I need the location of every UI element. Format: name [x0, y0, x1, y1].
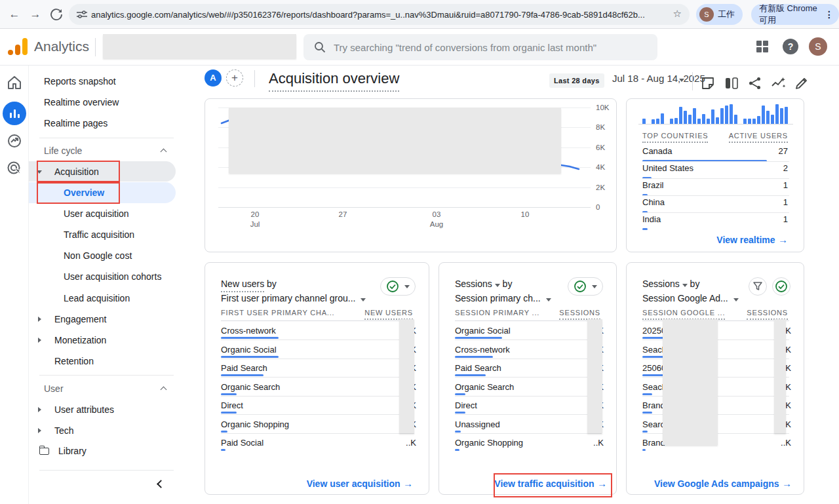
browser-toolbar: ← → analytics.google.com/analytics/web/#…	[0, 0, 839, 29]
expand-caret-icon[interactable]	[38, 338, 41, 343]
dimension-selector[interactable]: Session Google Ad...	[642, 292, 739, 305]
view-realtime-link[interactable]: View realtime →	[716, 234, 788, 246]
val-col-header[interactable]: SESSIONS	[747, 309, 788, 320]
check-circle-icon	[574, 280, 587, 293]
dimension-selector[interactable]: Session primary ch...	[455, 292, 551, 305]
metric-selector[interactable]: Sessions	[642, 279, 680, 289]
sessions-primary-card: Sessions by Session primary ch... SESSIO…	[439, 262, 617, 495]
labels-redaction-box	[663, 319, 718, 445]
expand-caret-icon[interactable]	[38, 407, 41, 412]
chart-redaction-box	[229, 107, 561, 173]
date-caret-icon[interactable]	[679, 79, 684, 82]
app-header: Analytics ? S	[0, 29, 839, 66]
caret-icon	[733, 298, 739, 301]
folder-icon	[39, 448, 49, 455]
sidebar-item-user-acquisition-cohorts[interactable]: User acquisition cohorts	[29, 266, 176, 287]
view-google-ads-campaigns-link[interactable]: View Google Ads campaigns →	[654, 478, 792, 490]
check-circle-icon	[775, 280, 788, 293]
forward-icon[interactable]: →	[28, 7, 43, 22]
sidebar-item-user-attributes[interactable]: User attributes	[29, 399, 176, 420]
help-icon[interactable]: ?	[783, 39, 798, 54]
filter-button[interactable]	[749, 277, 767, 296]
dim-col-header[interactable]: SESSION PRIMARY ...	[455, 309, 539, 317]
profile-avatar: S	[699, 7, 714, 22]
sidebar-section-user[interactable]: User	[29, 378, 176, 399]
metric-selector[interactable]: Sessions	[455, 279, 492, 289]
report-header: A + Acquisition overview Last 28 days Ju…	[197, 66, 839, 98]
chrome-update-chip[interactable]: 有新版 Chrome 可用 ⋮	[751, 4, 839, 25]
sidebar-item-non-google-cost[interactable]: Non Google cost	[29, 245, 176, 266]
sidebar-item-lead-acquisition[interactable]: Lead acquisition	[29, 288, 176, 309]
advertising-icon[interactable]	[7, 161, 22, 176]
caret-icon	[404, 285, 410, 288]
header-divider	[254, 70, 255, 87]
dimension-selector[interactable]: First user primary channel grou...	[221, 292, 366, 305]
sidebar-item-engagement[interactable]: Engagement	[29, 309, 176, 330]
sidebar-section-life-cycle[interactable]: Life cycle	[29, 140, 176, 161]
address-bar[interactable]: analytics.google.com/analytics/web/#/p35…	[69, 4, 690, 25]
product-name: Analytics	[34, 39, 89, 54]
property-avatar[interactable]: A	[205, 69, 222, 87]
active-users-col-header[interactable]: ACTIVE USERS	[729, 132, 788, 143]
insights-icon[interactable]	[771, 77, 785, 90]
sidebar-item-traffic-acquisition[interactable]: Traffic acquisition	[29, 224, 176, 245]
sidebar-item-tech[interactable]: Tech	[29, 420, 176, 441]
apps-grid-icon[interactable]	[755, 39, 770, 54]
search-icon	[314, 41, 326, 53]
reports-icon[interactable]	[3, 102, 26, 125]
share-icon[interactable]	[749, 77, 762, 90]
new-users-card: New users by First user primary channel …	[205, 262, 429, 495]
sidebar-item-realtime-pages[interactable]: Realtime pages	[29, 113, 176, 134]
home-icon[interactable]	[7, 75, 22, 90]
values-redaction-box	[399, 319, 414, 433]
check-circle-icon	[386, 280, 399, 293]
analytics-logo-icon[interactable]	[9, 38, 29, 56]
browser-menu-icon[interactable]: ⋮	[821, 9, 839, 20]
data-quality-badge[interactable]	[380, 277, 416, 296]
caret-icon	[592, 285, 597, 288]
data-quality-badge[interactable]	[772, 277, 790, 296]
note-icon[interactable]	[701, 77, 714, 90]
val-col-header[interactable]: NEW USERS	[364, 309, 413, 320]
dim-col-header[interactable]: SESSION GOOGLE ...	[642, 309, 725, 320]
values-redaction-box	[774, 319, 786, 433]
reload-icon[interactable]	[49, 7, 64, 22]
users-over-time-card: 10K 8K 6K 4K 2K 0 20Jul 27 03Aug 10	[205, 98, 617, 252]
date-range-picker[interactable]: Jul 18 - Aug 14, 2025	[612, 73, 705, 84]
expand-caret-icon[interactable]	[38, 317, 41, 322]
comparison-icon[interactable]	[725, 77, 738, 90]
profile-chip[interactable]: S 工作	[696, 4, 743, 25]
add-comparison-icon[interactable]: +	[226, 69, 243, 87]
val-col-header[interactable]: SESSIONS	[559, 309, 600, 320]
values-redaction-box	[587, 319, 602, 433]
caret-icon	[495, 284, 500, 287]
data-quality-badge[interactable]	[568, 277, 603, 296]
sidebar-divider	[39, 470, 174, 471]
sidebar-item-retention[interactable]: Retention	[29, 351, 176, 372]
expand-caret-icon[interactable]	[38, 428, 41, 433]
sidebar-item-monetization[interactable]: Monetization	[29, 330, 176, 351]
arrow-icon: →	[403, 478, 413, 489]
sidebar: Reports snapshot Realtime overview Realt…	[29, 66, 176, 504]
collapse-sidebar-icon[interactable]	[157, 480, 165, 488]
user-avatar[interactable]: S	[809, 37, 827, 56]
site-settings-icon[interactable]	[77, 10, 87, 19]
countries-col-header[interactable]: TOP COUNTRIES	[642, 132, 708, 143]
edit-icon[interactable]	[795, 77, 808, 90]
metric-selector[interactable]: New users	[221, 279, 264, 292]
page-title[interactable]: Acquisition overview	[269, 70, 399, 92]
explore-icon[interactable]	[7, 133, 22, 149]
dim-col-header[interactable]: FIRST USER PRIMARY CHA...	[221, 309, 334, 317]
view-user-acquisition-link[interactable]: View user acquisition →	[307, 478, 413, 490]
sidebar-item-reports-snapshot[interactable]: Reports snapshot	[29, 71, 176, 92]
sidebar-item-realtime-overview[interactable]: Realtime overview	[29, 92, 176, 113]
collapse-chevron-icon	[161, 387, 167, 393]
back-icon[interactable]: ←	[7, 7, 22, 22]
search-input[interactable]	[334, 42, 642, 53]
search-bar[interactable]	[303, 34, 657, 60]
sidebar-item-user-acquisition[interactable]: User acquisition	[29, 203, 176, 224]
sidebar-item-library[interactable]: Library	[29, 440, 176, 461]
account-selector-redacted[interactable]	[103, 34, 296, 58]
arrow-icon: →	[778, 234, 788, 245]
bookmark-star-icon[interactable]: ☆	[673, 8, 682, 20]
